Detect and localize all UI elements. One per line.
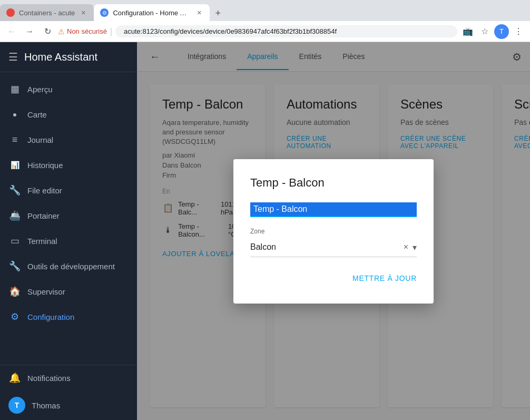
url-bar[interactable] [115, 25, 457, 37]
tab-bar: Containers - acute × ⚙ Configuration - H… [0, 0, 530, 21]
bookmark-icon[interactable]: ☆ [477, 24, 492, 39]
cast-icon[interactable]: 📺 [460, 24, 475, 39]
sidebar-label-journal: Journal [27, 135, 53, 144]
tab-1[interactable]: Containers - acute × [0, 4, 94, 21]
new-tab-button[interactable]: + [210, 6, 226, 21]
sidebar-item-historique[interactable]: 📊 Historique [0, 152, 137, 178]
modal-dialog: Temp - Balcon Zone Balcon × ▾ METTRE À [233, 159, 434, 304]
reload-button[interactable]: ↻ [40, 24, 55, 39]
sidebar-item-apercu[interactable]: ▦ Aperçu [0, 76, 137, 102]
sidebar-label-terminal: Terminal [27, 237, 57, 246]
browser-chrome: Containers - acute × ⚙ Configuration - H… [0, 0, 530, 42]
zone-clear-icon[interactable]: × [404, 242, 408, 252]
sidebar-bottom: 🔔 Notifications T Thomas [0, 365, 137, 420]
hamburger-icon[interactable]: ☰ [8, 51, 18, 63]
outils-icon: 🔧 [8, 260, 21, 272]
app-layout: ☰ Home Assistant ▦ Aperçu ● Carte ≡ Jour… [0, 42, 530, 420]
sidebar-label-supervisor: Supervisor [27, 287, 65, 296]
sidebar-item-notifications[interactable]: 🔔 Notifications [0, 365, 137, 390]
sidebar: ☰ Home Assistant ▦ Aperçu ● Carte ≡ Jour… [0, 42, 137, 420]
sidebar-nav: ▦ Aperçu ● Carte ≡ Journal 📊 Historique … [0, 72, 137, 365]
notifications-icon: 🔔 [8, 372, 21, 384]
back-button[interactable]: ← [4, 24, 19, 39]
modal-zone-field: Zone Balcon × ▾ [250, 228, 417, 257]
modal-actions: METTRE À JOUR [250, 270, 417, 287]
modal-overlay[interactable]: Temp - Balcon Zone Balcon × ▾ METTRE À [137, 42, 530, 420]
submit-button[interactable]: METTRE À JOUR [352, 270, 417, 287]
apercu-icon: ▦ [8, 83, 21, 95]
sidebar-label-thomas: Thomas [32, 401, 60, 410]
menu-icon[interactable]: ⋮ [511, 24, 526, 39]
sidebar-item-terminal[interactable]: ▭ Terminal [0, 228, 137, 253]
tab-title-1: Containers - acute [19, 9, 75, 17]
tab-2[interactable]: ⚙ Configuration - Home Assistant × [94, 4, 210, 21]
portainer-icon: 🚢 [8, 209, 21, 222]
terminal-icon: ▭ [8, 235, 21, 247]
sidebar-label-carte: Carte [27, 110, 47, 119]
address-bar: ← → ↻ ⚠ Non sécurisé | 📺 ☆ T ⋮ [0, 21, 530, 42]
sidebar-item-thomas[interactable]: T Thomas [0, 390, 137, 420]
zone-label: Zone [250, 228, 417, 235]
device-name-input[interactable] [250, 202, 417, 217]
warning-icon: ⚠ [58, 27, 65, 36]
sidebar-label-historique: Historique [27, 161, 63, 170]
tab-favicon-2: ⚙ [100, 8, 109, 17]
historique-icon: 📊 [8, 159, 21, 171]
sidebar-label-outils: Outils de développement [27, 262, 115, 271]
modal-title: Temp - Balcon [250, 176, 417, 190]
forward-button[interactable]: → [22, 24, 37, 39]
zone-select[interactable]: Balcon × ▾ [250, 238, 417, 257]
journal-icon: ≡ [8, 133, 21, 146]
main-content: ← Intégrations Appareils Entités Pièces … [137, 42, 530, 420]
sidebar-item-carte[interactable]: ● Carte [0, 102, 137, 127]
sidebar-item-journal[interactable]: ≡ Journal [0, 127, 137, 152]
sidebar-label-notifications: Notifications [27, 374, 71, 383]
account-icon[interactable]: T [494, 24, 509, 39]
zone-dropdown-icon[interactable]: ▾ [413, 242, 417, 252]
supervisor-icon: 🏠 [8, 285, 21, 298]
security-warning: ⚠ Non sécurisé [58, 27, 107, 36]
modal-name-field [250, 202, 417, 217]
tab-title-2: Configuration - Home Assistant [113, 9, 191, 17]
profile-avatar: T [494, 24, 509, 39]
sidebar-item-configuration[interactable]: ⚙ Configuration [0, 304, 137, 329]
toolbar-icons: 📺 ☆ T ⋮ [460, 24, 526, 39]
configuration-icon: ⚙ [8, 310, 21, 323]
tab-close-2[interactable]: × [195, 7, 203, 18]
user-avatar: T [8, 397, 25, 414]
zone-value: Balcon [250, 242, 404, 252]
sidebar-label-file-editor: File editor [27, 186, 62, 195]
file-editor-icon: 🔧 [8, 184, 21, 197]
sidebar-header: ☰ Home Assistant [0, 42, 137, 72]
tab-favicon-1 [6, 8, 15, 17]
sidebar-label-configuration: Configuration [27, 312, 74, 321]
sidebar-label-portainer: Portainer [27, 211, 60, 220]
sidebar-item-supervisor[interactable]: 🏠 Supervisor [0, 279, 137, 304]
sidebar-item-outils[interactable]: 🔧 Outils de développement [0, 253, 137, 279]
sidebar-label-apercu: Aperçu [27, 85, 53, 94]
sidebar-item-portainer[interactable]: 🚢 Portainer [0, 203, 137, 228]
tab-close-1[interactable]: × [79, 7, 87, 18]
security-text: Non sécurisé [67, 27, 107, 35]
url-separator: | [110, 27, 112, 36]
carte-icon: ● [8, 108, 21, 121]
sidebar-item-file-editor[interactable]: 🔧 File editor [0, 178, 137, 203]
app-title: Home Assistant [24, 51, 97, 63]
